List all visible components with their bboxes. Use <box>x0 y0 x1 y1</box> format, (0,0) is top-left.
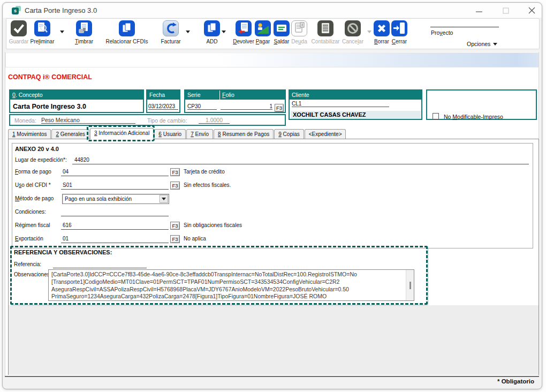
window-title: Carta Porte Ingreso 3.0 <box>25 6 97 14</box>
tab-generales[interactable]: 2 Generales <box>51 129 89 139</box>
metodo-pago-select[interactable]: Pago en una sola exhibición <box>62 194 169 204</box>
no-modificable-box: No Modificable-Impreso <box>426 89 537 120</box>
observaciones-textarea[interactable]: [CartaPorte3.0]IdCCP=CCCe7f83-45de-4ae6-… <box>48 269 414 301</box>
anexo-section: ANEXO 20 v 4.0 Lugar de expedición*: 448… <box>12 143 533 248</box>
fecha-box: Fecha 03/12/2023 <box>146 89 180 113</box>
folio-header: Folio <box>222 91 234 100</box>
options-button[interactable]: Opciones <box>467 41 497 47</box>
moneda-value: Peso Mexicano <box>41 117 135 124</box>
close-doc-button[interactable]: Cerrar <box>389 20 410 48</box>
concepto-header: 0. Concepto <box>10 91 143 100</box>
referencia-label: Referencia: <box>14 261 41 267</box>
lugar-value[interactable]: 44820 <box>74 157 89 163</box>
add-icon <box>204 20 220 36</box>
cliente-box: Cliente CL1 XOCHILT CASAS CHAVEZ <box>289 89 422 120</box>
settle-icon <box>274 20 290 36</box>
maximize-button[interactable] <box>498 3 514 18</box>
lugar-underline <box>72 164 529 164</box>
cancel-button: Cancelar <box>340 20 366 48</box>
post-icon <box>317 20 333 36</box>
referencia-input[interactable] <box>53 268 147 268</box>
title-bar: s Carta Porte Ingreso 3.0 <box>3 3 542 18</box>
app-icon: s <box>12 6 21 15</box>
regimen-f3-button[interactable]: F3 <box>170 222 180 230</box>
serie-input[interactable]: CP30 <box>187 103 217 110</box>
project-label: Proyecto <box>431 29 453 36</box>
anexo-title: ANEXO 20 v 4.0 <box>15 146 59 152</box>
relate-cfdis-button[interactable]: Relacionar CFDIs <box>104 20 150 48</box>
invoice-dropdown-arrow[interactable] <box>186 31 190 33</box>
pay-button[interactable]: Pagar <box>254 20 272 48</box>
tab-strip: 1 Movimientos 2 Generales 3 Información … <box>8 129 346 139</box>
project-field[interactable] <box>430 27 499 27</box>
preview-dropdown-arrow[interactable] <box>60 31 64 33</box>
stamp-button[interactable]: Timbrar <box>72 20 96 48</box>
tab-envio[interactable]: 7 Envío <box>186 129 213 139</box>
cliente-code-input[interactable]: CL1 <box>292 101 389 107</box>
tab-copias[interactable]: 9 Copias <box>274 129 304 139</box>
exportacion-label: Exportación <box>15 236 43 242</box>
observaciones-scrollbar[interactable] <box>406 270 414 300</box>
cliente-name: XOCHILT CASAS CHAVEZ <box>291 111 421 119</box>
uso-cfdi-value[interactable]: S01 <box>63 182 72 188</box>
tab-resumen-pagos[interactable]: 8 Resumen de Pagos <box>214 129 274 139</box>
add-dropdown-arrow[interactable] <box>222 31 226 33</box>
cancel-icon <box>345 20 361 36</box>
no-modificable-label: No Modificable-Impreso <box>444 114 503 120</box>
exportacion-value[interactable]: 01 <box>63 236 69 242</box>
tab-usuario[interactable]: 6 Usuario <box>154 129 186 139</box>
scrollbar-thumb[interactable] <box>410 282 411 289</box>
cliente-header: Cliente <box>290 91 421 100</box>
folio-f3-button[interactable]: F3 <box>275 104 284 112</box>
forma-pago-underline <box>61 176 169 176</box>
add-button[interactable]: ADD <box>203 20 221 48</box>
relate-cfdis-icon <box>119 20 135 36</box>
return-button[interactable]: Devolver <box>230 20 257 48</box>
concepto-value: Carta Porte Ingreso 3.0 <box>13 103 86 110</box>
condiciones-label: Condiciones: <box>15 209 46 215</box>
condiciones-underline[interactable] <box>61 216 169 216</box>
post-button: Contabilizar <box>308 20 343 48</box>
regimen-value[interactable]: 616 <box>63 222 72 228</box>
pay-icon <box>255 20 271 36</box>
serie-folio-box: Serie Folio CP30 1 F3 <box>184 89 286 113</box>
regimen-underline <box>61 229 169 230</box>
lugar-label: Lugar de expedición*: <box>15 157 67 163</box>
toolbar: Guardar Preliminar Timbrar Relacionar CF… <box>6 18 540 49</box>
folio-input[interactable]: 1 <box>221 103 272 110</box>
app-window: s Carta Porte Ingreso 3.0 Guardar Prelim… <box>2 2 542 389</box>
forma-pago-desc: Tarjeta de crédito <box>184 169 225 175</box>
invoice-icon <box>163 20 179 36</box>
minimize-button[interactable] <box>471 3 487 18</box>
fecha-input[interactable]: 03/12/2023 <box>148 103 178 110</box>
preview-button[interactable]: Preliminar <box>28 20 57 48</box>
header-gradient-bar <box>5 52 539 67</box>
tab-expediente[interactable]: <Expediente> <box>305 129 346 139</box>
concepto-box: 0. Concepto Carta Porte Ingreso 3.0 <box>9 89 144 113</box>
uso-cfdi-f3-button[interactable]: F3 <box>170 182 180 190</box>
referencia-title: REFERENCIA Y OBSERVACIONES: <box>14 249 112 255</box>
preview-icon <box>34 20 50 36</box>
regimen-desc: Sin obligaciones fiscales <box>184 222 242 228</box>
regimen-label: Régimen fiscal <box>15 222 50 228</box>
return-icon <box>236 20 252 36</box>
forma-pago-value[interactable]: 04 <box>63 169 69 175</box>
tab-informacion-adicional[interactable]: 3 Información Adicional <box>90 128 154 139</box>
metodo-pago-dropdown-button[interactable] <box>160 195 168 203</box>
fecha-header: Fecha <box>147 91 179 100</box>
uso-cfdi-desc: Sin efectos fiscales. <box>184 182 231 188</box>
close-button[interactable] <box>524 3 540 18</box>
debt-icon <box>291 20 307 36</box>
options-dropdown-arrow <box>493 43 497 46</box>
no-modificable-checkbox[interactable] <box>433 113 439 119</box>
forma-pago-f3-button[interactable]: F3 <box>170 168 180 176</box>
required-note: * Obligatorio <box>497 378 534 385</box>
delete-icon <box>374 20 390 36</box>
close-doc-icon <box>391 20 407 36</box>
uso-cfdi-label: Uso del CFDI * <box>15 182 51 188</box>
invoice-button[interactable]: Facturar <box>158 20 184 48</box>
uso-cfdi-underline <box>61 189 169 190</box>
tab-movimientos[interactable]: 1 Movimientos <box>8 129 51 139</box>
forma-pago-label: Forma de pago <box>15 169 51 175</box>
exportacion-f3-button[interactable]: F3 <box>170 235 180 243</box>
